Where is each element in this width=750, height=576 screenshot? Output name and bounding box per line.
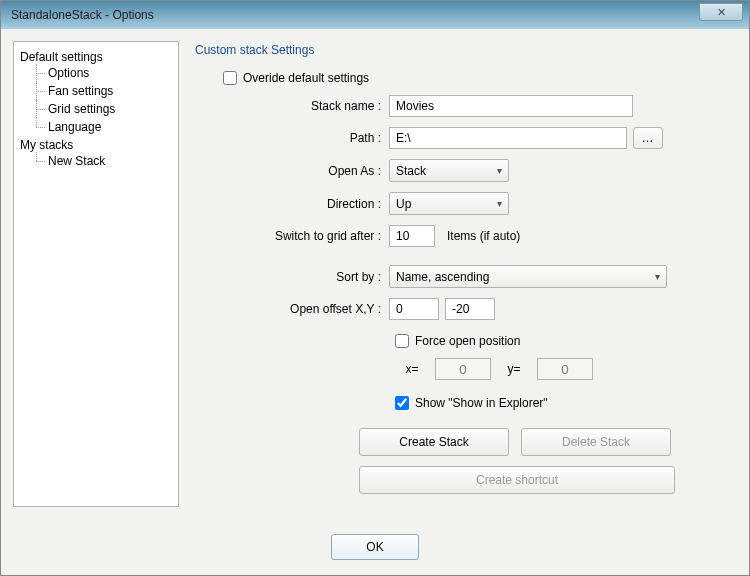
ellipsis-icon: … [642, 131, 655, 145]
coord-y-input [537, 358, 593, 380]
body: Default settings Options Fan settings Gr… [1, 29, 749, 519]
force-open-position-checkbox[interactable]: Force open position [395, 334, 520, 348]
switch-suffix: Items (if auto) [447, 229, 520, 243]
window-title: StandaloneStack - Options [7, 8, 154, 22]
override-defaults-input[interactable] [223, 71, 237, 85]
open-offset-y-input[interactable] [445, 298, 495, 320]
coord-x-label: x= [399, 362, 425, 376]
browse-button[interactable]: … [633, 127, 663, 149]
direction-label: Direction : [199, 197, 389, 211]
options-window: StandaloneStack - Options ✕ Default sett… [0, 0, 750, 576]
chevron-down-icon: ▾ [497, 165, 502, 176]
open-as-select[interactable]: Stack ▾ [389, 159, 509, 182]
path-label: Path : [199, 131, 389, 145]
tree-item-grid-settings[interactable]: Grid settings [34, 100, 174, 118]
stack-name-label: Stack name : [199, 99, 389, 113]
sort-by-label: Sort by : [199, 270, 389, 284]
force-open-coords: x= y= [199, 358, 719, 380]
settings-tree: Default settings Options Fan settings Gr… [13, 41, 179, 507]
close-button[interactable]: ✕ [699, 3, 743, 21]
chevron-down-icon: ▾ [497, 198, 502, 209]
sort-by-select[interactable]: Name, ascending ▾ [389, 265, 667, 288]
tree-item-language[interactable]: Language [34, 118, 174, 136]
override-defaults-checkbox[interactable]: Overide default settings [223, 71, 369, 85]
close-icon: ✕ [717, 6, 726, 19]
create-stack-button[interactable]: Create Stack [359, 428, 509, 456]
group-title: Custom stack Settings [195, 43, 737, 57]
tree-item-fan-settings[interactable]: Fan settings [34, 82, 174, 100]
stack-name-input[interactable] [389, 95, 633, 117]
chevron-down-icon: ▾ [655, 271, 660, 282]
custom-stack-settings-panel: Custom stack Settings Overide default se… [191, 41, 737, 507]
tree-item-options[interactable]: Options [34, 64, 174, 82]
footer: OK [1, 519, 749, 575]
open-as-label: Open As : [199, 164, 389, 178]
show-in-explorer-checkbox[interactable]: Show "Show in Explorer" [395, 396, 548, 410]
path-input[interactable] [389, 127, 627, 149]
open-offset-label: Open offset X,Y : [199, 302, 389, 316]
create-shortcut-button[interactable]: Create shortcut [359, 466, 675, 494]
open-offset-x-input[interactable] [389, 298, 439, 320]
delete-stack-button[interactable]: Delete Stack [521, 428, 671, 456]
direction-select[interactable]: Up ▾ [389, 192, 509, 215]
switch-to-grid-input[interactable] [389, 225, 435, 247]
tree-item-new-stack[interactable]: New Stack [34, 152, 174, 170]
show-in-explorer-input[interactable] [395, 396, 409, 410]
ok-button[interactable]: OK [331, 534, 419, 560]
coord-y-label: y= [501, 362, 527, 376]
force-open-position-input[interactable] [395, 334, 409, 348]
coord-x-input [435, 358, 491, 380]
titlebar: StandaloneStack - Options ✕ [1, 1, 749, 29]
tree-root-my-stacks[interactable]: My stacks New Stack [20, 138, 174, 170]
switch-to-grid-label: Switch to grid after : [199, 229, 389, 243]
tree-root-default[interactable]: Default settings Options Fan settings Gr… [20, 50, 174, 136]
